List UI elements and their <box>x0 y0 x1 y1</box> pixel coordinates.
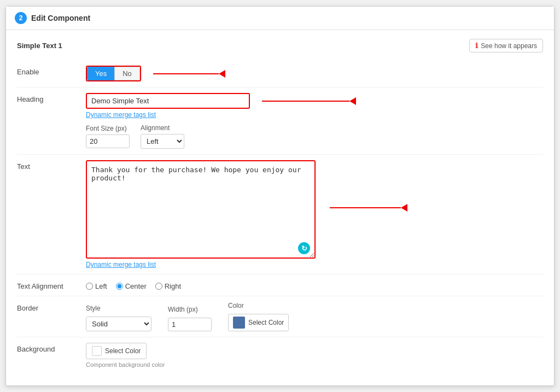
background-row: Background Select Color Component backgr… <box>17 337 543 373</box>
border-style-field: Style None Solid Dashed Dotted <box>86 305 151 331</box>
border-fields: Style None Solid Dashed Dotted Width (px… <box>86 302 543 331</box>
info-icon: ℹ <box>475 42 478 50</box>
background-swatch <box>92 346 102 356</box>
text-textarea[interactable] <box>86 160 316 259</box>
see-how-button[interactable]: ℹ See how it appears <box>469 39 543 52</box>
border-color-label: Color <box>228 302 289 309</box>
align-right-radio[interactable] <box>155 283 162 290</box>
enable-yes-btn[interactable]: Yes <box>87 67 114 80</box>
step-circle: 2 <box>15 12 27 24</box>
border-width-field: Width (px) <box>168 306 212 331</box>
arrow-text <box>330 204 407 212</box>
background-controls: Select Color Component background color <box>86 343 543 368</box>
align-right-option[interactable]: Right <box>155 282 181 290</box>
align-left-radio[interactable] <box>86 283 93 290</box>
heading-row: Heading Dynamic merge tags list Font Siz… <box>17 87 543 155</box>
textarea-refresh-icon: ↻ <box>298 242 310 254</box>
section-title: Simple Text 1 <box>17 42 62 50</box>
arrow-heading <box>262 97 356 105</box>
alignment-label: Alignment <box>141 124 184 132</box>
align-center-option[interactable]: Center <box>116 282 147 290</box>
enable-controls: Yes No <box>86 66 543 81</box>
alignment-field: Alignment Left Center Right <box>141 124 184 149</box>
enable-no-btn[interactable]: No <box>114 67 140 80</box>
edit-component-panel: 2 Edit Component Simple Text 1 ℹ See how… <box>5 6 555 386</box>
background-btn-label: Select Color <box>105 347 141 355</box>
heading-input[interactable] <box>86 93 250 109</box>
enable-label: Enable <box>17 66 77 76</box>
background-color-btn[interactable]: Select Color <box>86 343 147 359</box>
toggle-wrapper: Yes No <box>86 66 543 81</box>
text-row: Text ↻ Dynamic merge tags list <box>17 155 543 274</box>
panel-header: 2 Edit Component <box>6 7 554 30</box>
arrow-enable <box>153 70 225 78</box>
text-label: Text <box>17 160 77 171</box>
panel-title: Edit Component <box>31 14 90 22</box>
alignment-select[interactable]: Left Center Right <box>141 134 184 149</box>
font-size-label: Font Size (px) <box>86 125 130 132</box>
align-left-label: Left <box>95 282 107 290</box>
border-width-label: Width (px) <box>168 306 212 313</box>
border-label: Border <box>17 302 77 312</box>
text-alignment-radio-group: Left Center Right <box>86 280 543 290</box>
enable-row: Enable Yes No <box>17 60 543 87</box>
heading-merge-tags-link[interactable]: Dynamic merge tags list <box>86 111 543 119</box>
font-alignment-row: Font Size (px) Alignment Left Center Rig… <box>86 124 543 149</box>
text-controls: ↻ Dynamic merge tags list <box>86 160 543 268</box>
align-left-option[interactable]: Left <box>86 282 107 290</box>
align-center-label: Center <box>125 282 147 290</box>
background-label: Background <box>17 343 77 353</box>
font-size-input[interactable] <box>86 134 130 148</box>
border-controls: Style None Solid Dashed Dotted Width (px… <box>86 302 543 331</box>
border-color-btn[interactable]: Select Color <box>228 314 289 331</box>
text-merge-tags-link[interactable]: Dynamic merge tags list <box>86 261 543 268</box>
border-row: Border Style None Solid Dashed Dotted Wi… <box>17 296 543 337</box>
see-how-label: See how it appears <box>481 42 537 50</box>
border-width-input[interactable] <box>168 318 212 331</box>
heading-controls: Dynamic merge tags list Font Size (px) A… <box>86 93 543 149</box>
section-title-row: Simple Text 1 ℹ See how it appears <box>17 39 543 52</box>
panel-content: Simple Text 1 ℹ See how it appears Enabl… <box>6 30 554 382</box>
enable-toggle-group: Yes No <box>86 66 141 81</box>
align-center-radio[interactable] <box>116 283 123 290</box>
textarea-wrapper: ↻ <box>86 160 316 259</box>
heading-label: Heading <box>17 93 77 103</box>
align-right-label: Right <box>165 282 181 290</box>
text-alignment-controls: Left Center Right <box>86 280 543 290</box>
border-style-label: Style <box>86 305 151 312</box>
border-color-swatch <box>233 317 245 329</box>
text-alignment-row: Text Alignment Left Center Right <box>17 274 543 296</box>
background-hint: Component background color <box>86 361 543 368</box>
border-color-field: Color Select Color <box>228 302 289 331</box>
font-size-field: Font Size (px) <box>86 125 130 148</box>
border-style-select[interactable]: None Solid Dashed Dotted <box>86 317 151 331</box>
text-alignment-label: Text Alignment <box>17 280 77 290</box>
border-color-btn-label: Select Color <box>248 319 284 326</box>
